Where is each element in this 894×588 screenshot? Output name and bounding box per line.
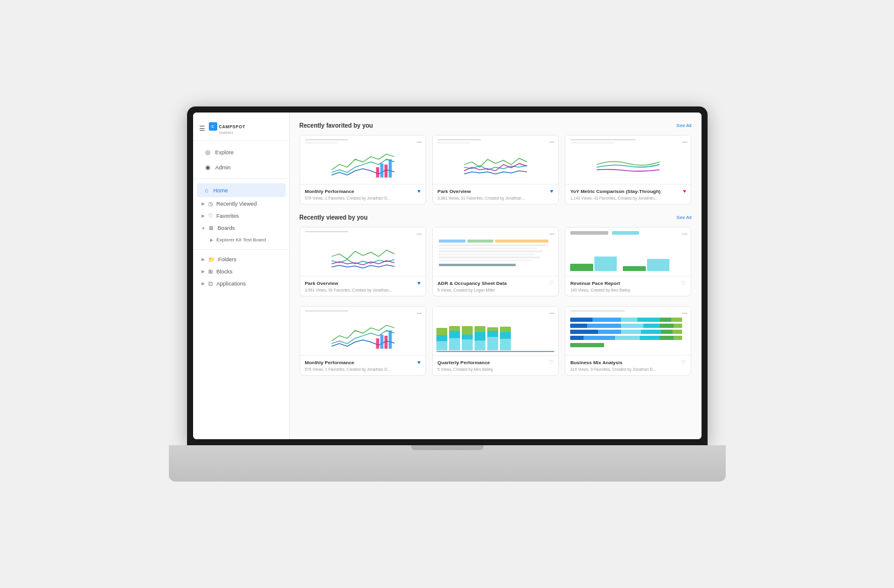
- hamburger-icon[interactable]: ☰: [199, 125, 205, 132]
- card-preview: •••: [433, 227, 558, 276]
- blocks-label: Blocks: [217, 269, 233, 275]
- card-preview: •••: [300, 227, 426, 276]
- home-icon: ⌂: [205, 187, 209, 194]
- sidebar-item-explore[interactable]: ◎ Explore: [197, 145, 286, 159]
- card-info: Monthly Performance ♥ 576 Views, 1 Favor…: [300, 355, 426, 375]
- card-meta: 5 Views, Created by Alex Bailey: [438, 367, 553, 371]
- card-quarterly-perf[interactable]: •••: [432, 306, 559, 376]
- arrow-icon: ▼: [202, 226, 206, 230]
- viewed-section-header: Recently viewed by you See All: [300, 214, 692, 221]
- explore-icon: ◎: [205, 149, 211, 155]
- favorited-see-all[interactable]: See All: [677, 123, 692, 128]
- viewed-see-all[interactable]: See All: [677, 215, 692, 220]
- admin-icon: ◉: [205, 164, 211, 171]
- arrow-icon: ▶: [202, 214, 205, 218]
- arrow-icon: ▶: [202, 201, 205, 206]
- card-business-mix[interactable]: •••: [565, 306, 691, 376]
- laptop-bezel: ☰ C CAMPSPOT Analytics ◎ Explore ◉: [187, 106, 708, 445]
- card-info: Park Overview ♥ 3,981 Views, 91 Favorite…: [433, 184, 558, 204]
- favorite-icon[interactable]: ♥: [550, 188, 553, 194]
- sub-arrow-icon: ▶: [210, 238, 213, 243]
- card-info: Monthly Performance ♥ 576 Views, 1 Favor…: [300, 184, 426, 204]
- sidebar-item-folders[interactable]: ▶ 📁 Folders: [193, 253, 289, 266]
- card-title: Business Mix Analysis ♡: [570, 359, 686, 365]
- folder-icon: 📁: [208, 256, 215, 263]
- blocks-icon: ⊞: [208, 269, 213, 275]
- favorite-icon[interactable]: ♡: [681, 359, 686, 365]
- sidebar-item-blocks[interactable]: ▶ ⊞ Blocks: [193, 266, 289, 278]
- card-title: Park Overview ♥: [438, 188, 553, 194]
- arrow-icon: ▶: [202, 281, 205, 286]
- card-preview: •••: [565, 227, 691, 276]
- card-meta: 5 Views, Created by Logan Miller: [438, 288, 553, 292]
- card-info: Quarterly Performance ♡ 5 Views, Created…: [433, 355, 558, 375]
- favorite-icon[interactable]: ♡: [548, 280, 553, 286]
- card-preview: •••: [433, 307, 558, 355]
- svg-rect-10: [384, 336, 387, 349]
- card-park-overview-2[interactable]: •••: [300, 227, 426, 296]
- card-menu-icon[interactable]: •••: [550, 139, 554, 145]
- recently-viewed-label: Recently Viewed: [217, 201, 257, 207]
- card-adr-occupancy[interactable]: •••: [432, 227, 559, 296]
- card-preview: •••: [433, 136, 558, 184]
- card-title: Park Overview ♥: [305, 280, 421, 286]
- boards-icon: ⊞: [209, 225, 214, 231]
- card-menu-icon[interactable]: •••: [682, 231, 687, 237]
- sidebar-item-admin[interactable]: ◉ Admin: [197, 160, 286, 174]
- card-menu-icon[interactable]: •••: [416, 310, 421, 316]
- sidebar-item-boards[interactable]: ▼ ⊞ Boards: [193, 222, 289, 234]
- card-menu-icon[interactable]: •••: [550, 310, 554, 316]
- folders-label: Folders: [219, 256, 237, 263]
- laptop-screen: ☰ C CAMPSPOT Analytics ◎ Explore ◉: [193, 113, 702, 439]
- section3-cards-grid: •••: [300, 306, 692, 376]
- arrow-icon: ▶: [202, 257, 205, 262]
- logo-text: CAMPSPOT: [219, 125, 246, 129]
- heart-icon: ♡: [208, 213, 213, 219]
- explorer-kit-label: Explorer Kit Test Board: [217, 237, 266, 243]
- favorite-icon[interactable]: ♥: [417, 280, 420, 286]
- card-title: YoY Metric Comparison (Stay-Through) ♥: [570, 188, 686, 194]
- card-meta: 1,143 Views, 42 Favorites, Created by Jo…: [570, 196, 686, 200]
- favorited-section-title: Recently favorited by you: [300, 122, 373, 129]
- favorite-icon[interactable]: ♥: [417, 188, 420, 194]
- svg-rect-11: [389, 330, 392, 348]
- svg-rect-9: [380, 335, 383, 348]
- favorited-section-header: Recently favorited by you See All: [300, 122, 692, 129]
- laptop-wrapper: ☰ C CAMPSPOT Analytics ◎ Explore ◉: [169, 106, 726, 482]
- favorite-icon[interactable]: ♥: [683, 188, 686, 194]
- card-info: Park Overview ♥ 3,991 Views, 93 Favorite…: [300, 276, 426, 296]
- card-meta: 140 Views, Created by Alex Bailey: [570, 288, 686, 292]
- sidebar-sub-item-explorer-kit[interactable]: ▶ Explorer Kit Test Board: [193, 234, 289, 246]
- card-menu-icon[interactable]: •••: [682, 139, 687, 145]
- card-park-overview-1[interactable]: •••: [432, 135, 559, 204]
- card-menu-icon[interactable]: •••: [416, 139, 421, 145]
- boards-label: Boards: [217, 225, 235, 231]
- card-title: Revenue Pace Report ♡: [570, 280, 686, 286]
- viewed-cards-grid: •••: [300, 227, 692, 296]
- card-meta: 316 Views, 9 Favorites, Created by Jonat…: [570, 367, 686, 371]
- favorite-icon[interactable]: ♡: [548, 359, 553, 365]
- sidebar-item-applications[interactable]: ▶ ⊡ Applications: [193, 278, 289, 290]
- sidebar-item-recently-viewed[interactable]: ▶ ◷ Recently Viewed: [193, 198, 289, 210]
- card-info: YoY Metric Comparison (Stay-Through) ♥ 1…: [565, 184, 691, 204]
- laptop-base: [169, 445, 726, 482]
- sidebar-item-favorites[interactable]: ▶ ♡ Favorites: [193, 210, 289, 222]
- main-content: Recently favorited by you See All •••: [290, 113, 702, 439]
- card-title: Monthly Performance ♥: [305, 188, 421, 194]
- favorite-icon[interactable]: ♡: [681, 280, 686, 286]
- clock-icon: ◷: [208, 201, 213, 207]
- card-menu-icon[interactable]: •••: [416, 231, 421, 237]
- card-title: Monthly Performance ♥: [305, 359, 421, 365]
- card-yoy-metric[interactable]: •••: [565, 135, 691, 204]
- card-menu-icon[interactable]: •••: [682, 310, 687, 316]
- card-revenue-pace[interactable]: •••: [565, 227, 691, 296]
- sidebar-item-home[interactable]: ⌂ Home: [197, 183, 286, 197]
- card-info: Revenue Pace Report ♡ 140 Views, Created…: [565, 276, 691, 296]
- card-info: ADR & Occupancy Sheet Data ♡ 5 Views, Cr…: [433, 276, 558, 296]
- card-monthly-perf-1[interactable]: •••: [300, 135, 426, 204]
- card-meta: 576 Views, 1 Favorites, Created by Jonat…: [305, 196, 421, 200]
- favorite-icon[interactable]: ♥: [417, 359, 420, 365]
- card-monthly-perf-2[interactable]: •••: [300, 306, 426, 376]
- sidebar: ☰ C CAMPSPOT Analytics ◎ Explore ◉: [193, 113, 290, 439]
- applications-label: Applications: [217, 281, 246, 287]
